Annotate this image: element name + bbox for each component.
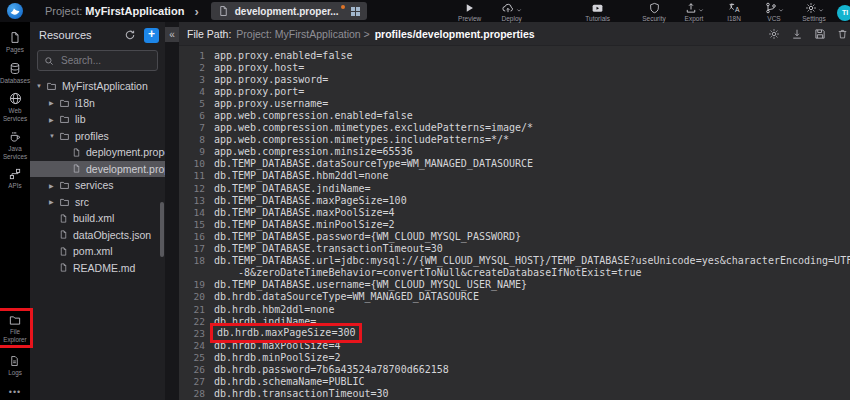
file-tree: ▼MyFirstApplication▶i18n▶lib▼profilesdep… [30, 78, 165, 400]
project-breadcrumb[interactable]: Project: MyFirstApplication [45, 5, 184, 17]
code-line[interactable]: 23db.hrdb.maxPageSize=300 [179, 327, 850, 339]
code-line[interactable]: 3app.proxy.password= [179, 73, 850, 85]
settings-button[interactable]: Settings [797, 2, 831, 22]
tree-item-src[interactable]: ▶src [30, 194, 165, 211]
code-text: app.web.compression.enabled=false [214, 110, 413, 121]
line-number: 4 [179, 86, 214, 97]
code-line-wrap[interactable]: -8&zeroDateTimeBehavior=convertToNull&cr… [179, 267, 850, 279]
file-icon [59, 213, 68, 224]
code-text: db.TEMP_DATABASE.dataSourceType=WM_MANAG… [214, 158, 533, 169]
tree-item-development-properties[interactable]: development.properties [30, 161, 165, 178]
resources-search[interactable] [37, 50, 158, 71]
tree-item-lib[interactable]: ▶lib [30, 111, 165, 128]
tree-item-services[interactable]: ▶services [30, 177, 165, 194]
code-line[interactable]: 26db.hrdb.password=7b6a43524a78700d66215… [179, 363, 850, 375]
code-line[interactable]: 1app.proxy.enabled=false [179, 49, 850, 61]
code-text: db.hrdb.transactionTimeout=30 [214, 388, 389, 399]
collapse-panel-button[interactable]: « [165, 27, 179, 42]
code-line[interactable]: 21db.hrdb.hbm2ddl=none [179, 303, 850, 315]
tree-item-pom-xml[interactable]: pom.xml [30, 243, 165, 260]
code-line[interactable]: 20db.hrdb.dataSourceType=WM_MANAGED_DATA… [179, 291, 850, 303]
line-number: 16 [179, 231, 214, 242]
export-button[interactable]: Export [677, 2, 711, 22]
code-editor[interactable]: 1app.proxy.enabled=false2app.proxy.host=… [179, 46, 850, 400]
sidebar-item-apis[interactable]: APIs [8, 168, 21, 190]
sidebar-item-java-services[interactable]: Java Services [3, 130, 27, 160]
sidebar-item-databases[interactable]: Databases [0, 62, 30, 85]
code-line[interactable]: 15db.TEMP_DATABASE.minPoolSize=2 [179, 218, 850, 230]
svg-text:A: A [734, 6, 739, 13]
code-line[interactable]: 7app.web.compression.mimetypes.excludePa… [179, 122, 850, 134]
code-text: db.hrdb.schemaName=PUBLIC [214, 376, 365, 387]
code-text: app.proxy.enabled=false [214, 50, 352, 61]
code-line[interactable]: 9app.web.compression.minsize=65536 [179, 146, 850, 158]
caret-right-icon[interactable]: ▶ [49, 198, 59, 205]
code-line[interactable]: 18db.TEMP_DATABASE.url=jdbc:mysql://{WM_… [179, 255, 850, 267]
code-line[interactable]: 6app.web.compression.enabled=false [179, 109, 850, 121]
download-icon[interactable] [791, 28, 803, 40]
code-line[interactable]: 27db.hrdb.schemaName=PUBLIC [179, 376, 850, 388]
code-line[interactable]: 8app.web.compression.mimetypes.includePa… [179, 134, 850, 146]
page-icon [9, 31, 21, 44]
code-line[interactable]: 2app.proxy.host= [179, 61, 850, 73]
code-text: app.web.compression.mimetypes.includePat… [214, 134, 509, 145]
code-line[interactable]: 11db.TEMP_DATABASE.hbm2ddl=none [179, 170, 850, 182]
search-input[interactable] [59, 54, 153, 67]
sidebar-item-file-explorer[interactable]: File Explorer [3, 314, 26, 343]
caret-down-icon[interactable]: ▼ [36, 83, 46, 89]
deploy-button[interactable]: Deploy [495, 2, 529, 22]
code-line[interactable]: 4app.proxy.port= [179, 85, 850, 97]
trash-icon[interactable] [837, 28, 848, 40]
sidebar-item-pages[interactable]: Pages [6, 31, 24, 54]
sidebar-more-button[interactable]: ••• [9, 387, 21, 397]
code-text: db.TEMP_DATABASE.maxPageSize=100 [214, 195, 407, 206]
tree-item-label: lib [75, 113, 86, 125]
file-icon [72, 163, 81, 174]
tab-title: development.proper... [235, 6, 339, 17]
tree-item-profiles[interactable]: ▼profiles [30, 128, 165, 145]
chevron-down-icon [818, 8, 824, 13]
tree-item-readme-md[interactable]: README.md [30, 260, 165, 277]
code-line[interactable]: 17db.TEMP_DATABASE.transactionTimeout=30 [179, 243, 850, 255]
sidebar-item-logs[interactable]: Logs [8, 355, 22, 377]
vcs-button[interactable]: VCS [757, 2, 791, 22]
code-line[interactable]: 25db.hrdb.minPoolSize=2 [179, 351, 850, 363]
tree-item-deployment-properties[interactable]: deployment.properties [30, 144, 165, 161]
line-number: 19 [179, 279, 214, 290]
file-icon [59, 229, 68, 240]
tree-item-dataobjects-json[interactable]: dataObjects.json [30, 227, 165, 244]
resources-scrollbar[interactable] [160, 202, 164, 257]
code-line[interactable]: 19db.TEMP_DATABASE.username={WM_CLOUD_MY… [179, 279, 850, 291]
caret-down-icon[interactable]: ▼ [49, 133, 59, 139]
code-line[interactable]: 12db.TEMP_DATABASE.jndiName= [179, 182, 850, 194]
grid-layout-icon[interactable] [351, 7, 360, 16]
refresh-icon[interactable] [124, 29, 136, 41]
code-line[interactable]: 10db.TEMP_DATABASE.dataSourceType=WM_MAN… [179, 158, 850, 170]
sidebar-item-web-services[interactable]: Web Services [3, 92, 27, 122]
code-line[interactable]: 28db.hrdb.transactionTimeout=30 [179, 388, 850, 400]
caret-right-icon[interactable]: ▶ [49, 99, 59, 106]
line-number: 17 [179, 243, 214, 254]
code-line[interactable]: 5app.proxy.username= [179, 97, 850, 109]
user-avatar[interactable]: TI [837, 5, 850, 21]
code-line[interactable]: 14db.TEMP_DATABASE.maxPoolSize=4 [179, 206, 850, 218]
code-line[interactable]: 16db.TEMP_DATABASE.password={WM_CLOUD_MY… [179, 230, 850, 242]
tutorials-button[interactable]: Tutorials [581, 2, 615, 22]
code-line[interactable]: 13db.TEMP_DATABASE.maxPageSize=100 [179, 194, 850, 206]
preview-button[interactable]: Preview [453, 2, 487, 22]
tree-item-i18n[interactable]: ▶i18n [30, 95, 165, 112]
caret-right-icon[interactable]: ▶ [49, 116, 59, 123]
tree-item-myfirstapplication[interactable]: ▼MyFirstApplication [30, 78, 165, 95]
tab-development-properties[interactable]: development.proper... [211, 2, 367, 20]
wavemaker-logo-icon[interactable] [7, 3, 23, 19]
save-icon[interactable] [814, 28, 826, 40]
code-text: db.TEMP_DATABASE.username={WM_CLOUD_MYSQ… [214, 279, 527, 290]
add-resource-button[interactable]: + [144, 28, 159, 43]
sidebar-bottom-group: File ExplorerLogs••• [3, 308, 26, 400]
tree-item-build-xml[interactable]: build.xml [30, 210, 165, 227]
file-path-bar: File Path: Project: MyFirstApplication >… [179, 22, 850, 46]
gear-icon[interactable] [768, 28, 780, 40]
i18n-button[interactable]: AI18N [717, 2, 751, 22]
caret-right-icon[interactable]: ▶ [49, 182, 59, 189]
security-button[interactable]: Security [637, 2, 671, 22]
